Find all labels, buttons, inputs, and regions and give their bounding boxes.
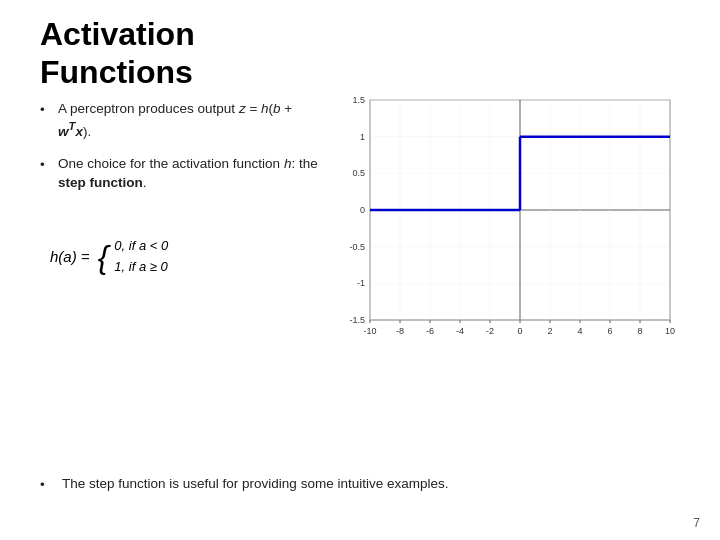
svg-text:-2: -2: [486, 326, 494, 336]
bullet-1-text: A perceptron produces output z = h(b + w…: [58, 100, 320, 141]
svg-text:0: 0: [517, 326, 522, 336]
svg-text:-10: -10: [363, 326, 376, 336]
bullet-1: • A perceptron produces output z = h(b +…: [40, 100, 320, 141]
bottom-bullet: • The step function is useful for provid…: [40, 475, 700, 495]
svg-text:-1: -1: [357, 278, 365, 288]
svg-text:0.5: 0.5: [352, 168, 365, 178]
formula-brace: {: [98, 241, 109, 273]
bullet-list: • A perceptron produces output z = h(b +…: [40, 100, 320, 207]
svg-text:-6: -6: [426, 326, 434, 336]
formula-cases: 0, if a < 0 1, if a ≥ 0: [114, 236, 168, 278]
formula-case2: 1, if a ≥ 0: [114, 257, 168, 278]
svg-text:1: 1: [360, 132, 365, 142]
formula-case1: 0, if a < 0: [114, 236, 168, 257]
svg-text:0: 0: [360, 205, 365, 215]
step-function-chart: -10 -8 -6 -4 -2 0 2 4 6 8 10 1.5 1 0.5 0…: [330, 90, 690, 340]
slide-number: 7: [693, 516, 700, 530]
bottom-bullet-text: The step function is useful for providin…: [62, 475, 448, 494]
svg-text:-0.5: -0.5: [349, 242, 365, 252]
piecewise-formula: h(a) = { 0, if a < 0 1, if a ≥ 0: [50, 236, 168, 278]
bullet-2-text: One choice for the activation function h…: [58, 155, 320, 193]
content-area: • A perceptron produces output z = h(b +…: [30, 100, 690, 500]
bullet-2: • One choice for the activation function…: [40, 155, 320, 193]
slide-title: Activation Functions: [40, 15, 195, 92]
slide: Activation Functions • A perceptron prod…: [0, 0, 720, 540]
svg-text:1.5: 1.5: [352, 95, 365, 105]
svg-text:-8: -8: [396, 326, 404, 336]
svg-text:10: 10: [665, 326, 675, 336]
bullet-dot-2: •: [40, 156, 54, 175]
formula-box: h(a) = { 0, if a < 0 1, if a ≥ 0: [50, 230, 168, 278]
svg-text:-4: -4: [456, 326, 464, 336]
bottom-bullet-dot: •: [40, 476, 54, 495]
svg-text:6: 6: [607, 326, 612, 336]
svg-text:-1.5: -1.5: [349, 315, 365, 325]
svg-text:8: 8: [637, 326, 642, 336]
svg-text:2: 2: [547, 326, 552, 336]
svg-text:4: 4: [577, 326, 582, 336]
formula-lhs: h(a) =: [50, 248, 90, 265]
chart-container: -10 -8 -6 -4 -2 0 2 4 6 8 10 1.5 1 0.5 0…: [330, 90, 690, 340]
bullet-dot-1: •: [40, 101, 54, 120]
